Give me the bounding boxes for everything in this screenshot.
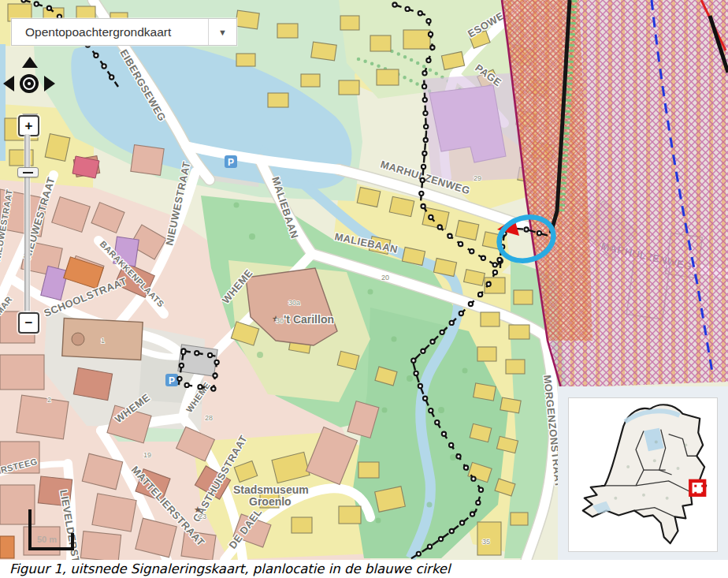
scale-bar-label: 50 m: [37, 535, 57, 544]
figure-caption: Figuur 1, uitsnede Signaleringskaart, pl…: [0, 560, 728, 578]
overview-inset-panel: [558, 386, 728, 560]
svg-text:20: 20: [381, 274, 389, 282]
svg-text:1: 1: [101, 337, 105, 345]
layer-dropdown[interactable]: Opentopoachtergrondkaart ▼: [11, 18, 237, 46]
poi-label-museum-2: Groenlo: [249, 495, 292, 508]
move-icon: [23, 77, 35, 90]
netherlands-outline: [583, 405, 706, 543]
svg-text:28: 28: [205, 414, 213, 422]
svg-text:30: 30: [276, 317, 284, 325]
inset-location-marker: [690, 481, 704, 495]
parking-icon: P: [225, 155, 237, 168]
svg-text:23: 23: [199, 513, 206, 520]
svg-text:19: 19: [143, 451, 151, 459]
svg-text:P: P: [169, 375, 175, 386]
parking-icon: P: [165, 374, 178, 386]
poi-label-carillon: 't Carillon: [284, 313, 334, 326]
zoom-slider-track[interactable]: [24, 134, 30, 314]
poi-label-museum-1: Stadsmuseum: [233, 483, 309, 496]
chevron-down-icon[interactable]: ▼: [208, 19, 236, 45]
zoom-in-button[interactable]: +: [18, 115, 39, 136]
svg-text:35: 35: [482, 538, 490, 546]
pan-center-button[interactable]: [20, 74, 39, 93]
svg-text:P: P: [228, 157, 234, 168]
svg-text:29: 29: [474, 174, 481, 182]
layer-dropdown-value[interactable]: Opentopoachtergrondkaart: [12, 19, 208, 45]
map-viewport[interactable]: MARHULZENWEG EIBERGSEWEG NIEUWESTRAAT NI…: [0, 0, 728, 560]
pan-left-button[interactable]: [3, 76, 14, 91]
pan-right-button[interactable]: [44, 76, 55, 91]
figure-frame: MARHULZENWEG EIBERGSEWEG NIEUWESTRAAT NI…: [0, 0, 728, 578]
svg-text:30a: 30a: [288, 299, 300, 307]
pan-up-button[interactable]: [22, 57, 38, 68]
netherlands-overview-map: [568, 397, 718, 552]
zoom-slider-handle[interactable]: [17, 167, 39, 177]
zoom-out-button[interactable]: −: [18, 312, 39, 334]
svg-text:2: 2: [47, 396, 51, 404]
